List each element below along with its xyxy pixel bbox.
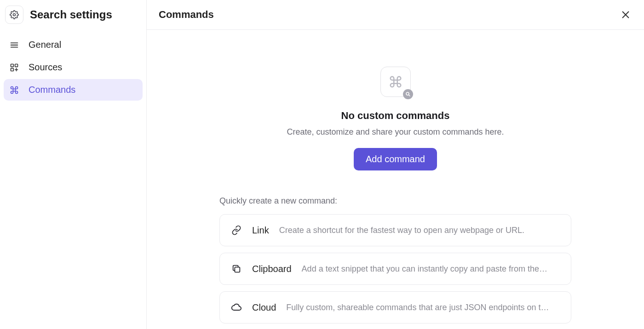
add-command-button[interactable]: Add command (354, 148, 437, 170)
gear-icon (5, 6, 23, 24)
quick-card-link[interactable]: Link Create a shortcut for the fastest w… (219, 214, 571, 246)
content-area: No custom commands Create, customize and… (147, 30, 644, 329)
quick-card-cloud[interactable]: Cloud Fully custom, shareable commands t… (219, 291, 571, 323)
quick-card-title: Link (252, 225, 269, 236)
svg-rect-5 (15, 64, 18, 67)
sidebar-item-general[interactable]: General (4, 34, 143, 56)
clipboard-icon (231, 263, 242, 274)
sidebar-header: Search settings (4, 6, 143, 24)
grid-add-icon (9, 62, 19, 73)
quick-card-desc: Fully custom, shareable commands that ar… (286, 303, 560, 312)
svg-point-0 (13, 14, 16, 16)
sidebar-title: Search settings (30, 8, 112, 21)
quick-card-title: Clipboard (252, 264, 292, 274)
svg-rect-4 (11, 64, 14, 67)
sidebar-item-label: Sources (29, 62, 62, 73)
menu-lines-icon (9, 40, 19, 50)
quick-card-desc: Create a shortcut for the fastest way to… (279, 226, 560, 235)
command-key-icon (389, 75, 402, 89)
command-key-icon (9, 85, 19, 95)
quick-card-desc: Add a text snippet that you can instantl… (302, 264, 560, 274)
main-panel: Commands No custom commands Create, cust… (146, 0, 644, 329)
search-badge-icon (403, 89, 413, 99)
empty-state-subtitle: Create, customize and share your custom … (287, 127, 504, 137)
settings-sidebar: Search settings General Sources Commands (0, 0, 146, 329)
empty-state-title: No custom commands (341, 110, 450, 122)
cloud-icon (231, 302, 242, 313)
sidebar-item-label: General (29, 40, 61, 50)
quick-create-heading: Quickly create a new command: (219, 196, 571, 206)
page-title: Commands (159, 9, 214, 21)
sidebar-item-commands[interactable]: Commands (4, 79, 143, 101)
sidebar-item-sources[interactable]: Sources (4, 57, 143, 78)
link-icon (231, 225, 242, 236)
close-button[interactable] (619, 8, 632, 21)
svg-rect-6 (11, 68, 14, 71)
empty-state: No custom commands Create, customize and… (287, 67, 504, 170)
svg-line-12 (408, 95, 410, 96)
quick-card-clipboard[interactable]: Clipboard Add a text snippet that you ca… (219, 253, 571, 285)
empty-state-icon (380, 67, 411, 97)
close-icon (621, 10, 631, 20)
svg-rect-13 (235, 267, 240, 272)
main-header: Commands (147, 0, 644, 30)
quick-card-title: Cloud (252, 302, 276, 313)
sidebar-item-label: Commands (29, 85, 75, 95)
quick-create-section: Quickly create a new command: Link Creat… (219, 196, 571, 329)
